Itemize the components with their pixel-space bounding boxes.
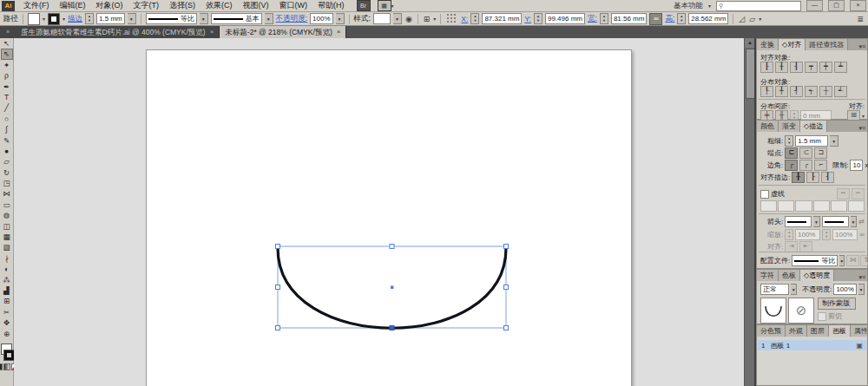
round-cap-icon[interactable]: ⊂ <box>799 147 812 159</box>
menu-window[interactable]: 窗口(W) <box>274 1 313 10</box>
arrange-documents-caret-icon[interactable]: ▾ <box>391 3 394 9</box>
tab-layers[interactable]: 图层 <box>807 325 829 337</box>
stroke-weight-value[interactable]: 1.5 mm <box>96 13 125 24</box>
perspective-grid-tool[interactable]: ◫ <box>1 221 13 232</box>
paintbrush-tool[interactable]: ʃ <box>1 124 13 134</box>
stroke-outside-icon[interactable]: ┨ <box>821 172 834 183</box>
x-value[interactable]: 87.321 mm <box>482 13 522 24</box>
search-input[interactable]: ⚲ <box>716 1 801 11</box>
gradient-tool[interactable]: ▨ <box>1 242 13 252</box>
stroke-weight-caret-icon[interactable]: ▼ <box>128 13 136 24</box>
stroke-weight-stepper[interactable]: ▲▼ <box>85 13 94 24</box>
doc-tab-1[interactable]: 蛋生源氨糖软骨素维生素D钙片.ai @ 400% (CMYK/预览)× <box>16 26 220 38</box>
tab-artboards[interactable]: 画板 <box>829 325 851 337</box>
align-right-icon[interactable]: ┨ <box>790 62 803 73</box>
projecting-cap-icon[interactable]: ⊐ <box>814 147 827 159</box>
panel-menu-icon[interactable]: ▾≡ <box>858 43 867 50</box>
miter-join-icon[interactable]: ┌ <box>785 160 798 171</box>
brush-definition-select[interactable]: 基本 <box>211 13 262 24</box>
recolor-artwork-icon[interactable]: ◉ <box>404 15 413 23</box>
selection-tool[interactable]: ↖ <box>1 38 13 49</box>
stroke-color-well[interactable] <box>3 350 15 361</box>
object-thumbnail[interactable] <box>760 298 786 324</box>
opacity-value[interactable]: 100% <box>310 13 332 24</box>
opacity-link[interactable]: 不透明度: <box>276 14 307 24</box>
profile-caret-icon[interactable]: ▼ <box>200 13 208 24</box>
y-stepper[interactable]: ▲▼ <box>534 13 542 24</box>
distribute-v-center-icon[interactable]: ╀ <box>775 86 788 97</box>
artboard-row[interactable]: 1 画板 1 ▣ <box>758 340 866 350</box>
shear-icon[interactable]: ◿ <box>738 15 746 23</box>
fill-caret-icon[interactable]: ▾ <box>43 16 45 22</box>
free-transform-tool[interactable]: ▭ <box>1 200 13 210</box>
restore-button[interactable]: ▢ <box>828 0 845 11</box>
eraser-tool[interactable]: ▱ <box>1 156 13 167</box>
symbol-sprayer-tool[interactable]: ⁂ <box>1 275 13 285</box>
tab-attributes[interactable]: 属性 <box>851 325 867 337</box>
weight-stepper[interactable]: ▲▼ <box>785 135 793 147</box>
type-tool[interactable]: T <box>1 92 13 102</box>
stroke-center-icon[interactable]: ╂ <box>792 172 805 183</box>
width-tool[interactable]: ⋈ <box>1 188 13 199</box>
align-bottom-icon[interactable]: ┷ <box>834 62 847 73</box>
ellipse-tool[interactable]: ○ <box>1 114 13 124</box>
workspace-caret-icon[interactable]: ▾ <box>708 3 711 9</box>
tab-stroke[interactable]: ◇描边 <box>800 121 827 132</box>
height-stepper[interactable]: ▲▼ <box>677 13 686 24</box>
menu-select[interactable]: 选择(S) <box>164 1 201 10</box>
blend-tool[interactable]: ◐ <box>1 264 13 274</box>
style-select[interactable] <box>373 13 391 24</box>
arrange-documents-icon[interactable]: ▦ <box>378 0 391 11</box>
profile-select-caret-icon[interactable]: ▼ <box>839 255 845 266</box>
distribute-top-icon[interactable]: ┞ <box>760 86 773 97</box>
menu-edit[interactable]: 编辑(E) <box>55 1 91 10</box>
menu-object[interactable]: 对象(O) <box>91 1 128 10</box>
arrowhead-start-caret-icon[interactable]: ▼ <box>813 216 820 227</box>
height-value[interactable]: 28.562 mm <box>688 13 728 24</box>
column-graph-tool[interactable]: ▟ <box>1 285 13 296</box>
x-label[interactable]: X: <box>461 15 468 23</box>
dash-preserve-icon[interactable]: ╍ <box>837 188 850 200</box>
color-button[interactable] <box>0 363 3 370</box>
blend-mode-caret-icon[interactable]: ▼ <box>791 284 797 295</box>
style-caret-icon[interactable]: ▼ <box>393 13 402 24</box>
distribute-h-center-icon[interactable]: ┼ <box>819 86 832 97</box>
dashed-line-checkbox[interactable] <box>760 190 769 199</box>
constrain-proportions-icon[interactable]: ∞ <box>649 13 662 25</box>
shape-builder-tool[interactable]: ◍ <box>1 210 13 220</box>
menu-help[interactable]: 帮助(H) <box>312 1 350 10</box>
tab-align[interactable]: ◇对齐 <box>779 39 806 50</box>
brush-caret-icon[interactable]: ▼ <box>265 13 273 24</box>
hand-tool[interactable]: ✥ <box>1 317 13 328</box>
gradient-button[interactable] <box>3 363 10 370</box>
align-v-center-icon[interactable]: ┿ <box>819 62 832 73</box>
fill-swatch[interactable] <box>28 13 40 25</box>
scale-tool[interactable]: ◳ <box>1 178 13 188</box>
close-tab-icon[interactable]: × <box>337 26 341 38</box>
width-label[interactable]: 宽: <box>588 14 597 24</box>
distribute-right-icon[interactable]: ┵ <box>834 86 847 97</box>
stroke-inside-icon[interactable]: ┠ <box>806 172 819 183</box>
width-stepper[interactable]: ▲▼ <box>600 13 608 24</box>
align-dropdown-caret-icon[interactable]: ▾ <box>433 16 436 22</box>
width-value[interactable]: 81.56 mm <box>611 13 648 24</box>
panel-menu-icon[interactable]: ▾≡ <box>858 274 867 281</box>
arrowhead-start-select[interactable] <box>785 216 812 227</box>
tab-transparency[interactable]: ◇透明度 <box>800 270 834 281</box>
close-tab-icon[interactable]: × <box>210 26 214 38</box>
bevel-join-icon[interactable]: ⌐ <box>814 160 827 171</box>
butt-cap-icon[interactable]: ⊏ <box>785 147 798 159</box>
weight-value[interactable]: 1.5 mm <box>795 135 828 147</box>
minimize-button[interactable]: — <box>806 0 823 11</box>
tab-transform[interactable]: 变换 <box>757 39 779 50</box>
selected-anchor-point[interactable] <box>390 326 394 330</box>
align-top-icon[interactable]: ┯ <box>805 62 818 73</box>
transparency-opacity-value[interactable]: 100% <box>833 284 856 295</box>
distribute-left-icon[interactable]: ┭ <box>805 86 818 97</box>
swap-arrowheads-icon[interactable]: ⇄ <box>858 218 865 226</box>
align-h-center-icon[interactable]: ╂ <box>775 62 788 73</box>
panel-menu-icon[interactable]: ▾≡ <box>858 125 867 132</box>
stroke-caret-icon[interactable]: ▾ <box>62 16 65 22</box>
width-profile-select[interactable]: 等比 <box>146 13 197 24</box>
menu-file[interactable]: 文件(F) <box>18 1 55 10</box>
